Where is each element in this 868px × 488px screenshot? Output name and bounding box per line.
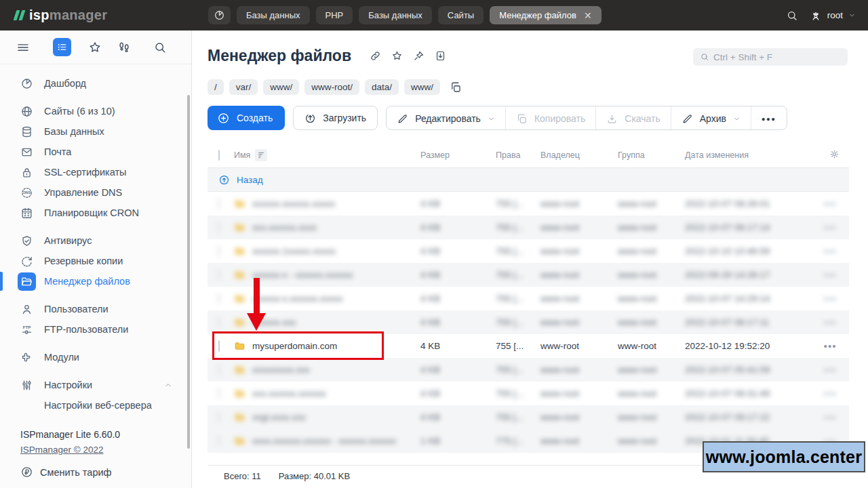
edit-button[interactable]: Редактировать [387, 106, 505, 131]
column-group[interactable]: Группа [618, 150, 685, 160]
sidebar-item-label: Базы данных [44, 126, 104, 137]
row-checkbox[interactable] [218, 364, 220, 375]
row-menu-dots[interactable]: ••• [824, 317, 849, 328]
archive-button[interactable]: Архив [671, 106, 751, 131]
sidebar-item-антивирус[interactable]: Антивирус [0, 230, 191, 251]
user-menu[interactable]: root [810, 9, 856, 22]
row-checkbox[interactable] [218, 435, 220, 447]
sidebar-item-ssl-сертификаты[interactable]: SSL-сертификаты [0, 162, 191, 182]
more-actions-button[interactable]: ••• [751, 106, 787, 131]
row-checkbox[interactable] [218, 245, 220, 257]
breadcrumb-segment-0[interactable]: / [208, 79, 224, 95]
tab-5[interactable]: Менеджер файлов✕ [490, 6, 601, 24]
table-row[interactable]: xxxxxx-x - xxxxxx.xxxxxx4 KB755 [...www-… [208, 263, 849, 287]
breadcrumb-segment-1[interactable]: var/ [229, 79, 258, 95]
row-menu-dots[interactable]: ••• [824, 199, 849, 209]
gear-icon[interactable] [829, 149, 840, 159]
file-date: 2022-10-07 05:41:09 [685, 365, 810, 375]
row-menu-dots[interactable]: ••• [824, 341, 849, 352]
table-row[interactable]: xxgl.xxxx.xxx4 KB755 [...www-rootwww-roo… [208, 405, 849, 429]
sidebar-item-настройки-веб-сервера[interactable]: Настройки веб-сервера [0, 395, 191, 415]
hamburger-menu-icon[interactable] [16, 41, 30, 54]
row-menu-dots[interactable]: ••• [824, 270, 849, 281]
table-row[interactable]: xxxxxx.xxxxxx.xxxxx4 KB755 [...www-rootw… [208, 192, 849, 216]
sidebar-item-почта[interactable]: Почта [0, 142, 191, 162]
tab-1[interactable]: Базы данных [237, 6, 310, 24]
row-checkbox[interactable] [218, 317, 220, 328]
column-rights[interactable]: Права [496, 150, 540, 160]
copy-button[interactable]: Копировать [505, 106, 595, 131]
column-size[interactable]: Размер [420, 150, 496, 160]
sidebar-item-дашборд[interactable]: Дашборд [0, 73, 191, 94]
column-date[interactable]: Дата изменения [685, 150, 810, 160]
column-name[interactable]: Имя [234, 150, 250, 160]
file-group: www-root [618, 388, 685, 399]
folder-icon [234, 411, 245, 423]
row-menu-dots[interactable]: ••• [824, 412, 849, 423]
breadcrumb-segment-4[interactable]: data/ [365, 79, 399, 95]
column-owner[interactable]: Владелец [540, 150, 618, 160]
file-group: www-root [618, 436, 685, 446]
copy-path-icon[interactable] [450, 81, 462, 94]
sort-icon[interactable] [255, 149, 267, 161]
row-checkbox[interactable] [218, 411, 220, 423]
table-row[interactable]: xxxxxxxxx.xxx4 KB755 [...www-rootwww-roo… [208, 358, 849, 382]
file-group: www-root [618, 246, 685, 256]
breadcrumb-segment-2[interactable]: www/ [263, 79, 299, 95]
row-checkbox[interactable] [218, 340, 220, 352]
sidebar-scrollbar[interactable] [187, 95, 190, 449]
tab-3[interactable]: Базы данных [359, 6, 432, 24]
row-checkbox[interactable] [218, 222, 220, 233]
import-file-icon[interactable] [435, 50, 446, 62]
row-menu-dots[interactable]: ••• [824, 246, 849, 257]
row-checkbox[interactable] [218, 269, 220, 281]
sidebar-item-пользователи[interactable]: Пользователи [0, 299, 191, 319]
sidebar-item-базы-данных[interactable]: Базы данных [0, 121, 191, 142]
sidebar-item-настройки[interactable]: Настройки [0, 375, 191, 395]
back-row[interactable]: Назад [208, 168, 849, 192]
breadcrumb-segment-3[interactable]: www-root/ [304, 79, 359, 95]
table-row[interactable]: xxxxxx.1xxxxx.xxxxx4 KB755 [...www-rootw… [208, 239, 849, 263]
favorites-star-icon[interactable] [88, 41, 102, 54]
download-button[interactable]: Скачать [595, 106, 671, 131]
row-menu-dots[interactable]: ••• [824, 293, 849, 304]
sidebar-item-резервные-копии[interactable]: Резервные копии [0, 251, 191, 271]
close-icon[interactable]: ✕ [584, 10, 592, 21]
archive-icon [682, 113, 693, 125]
row-checkbox[interactable] [218, 198, 220, 209]
row-menu-dots[interactable]: ••• [824, 222, 849, 233]
link-icon[interactable] [370, 50, 381, 62]
table-row-mysuperdomain[interactable]: mysuperdomain.com4 KB755 [...www-rootwww… [208, 334, 849, 358]
sidebar-item-label: Управление DNS [44, 187, 122, 198]
search-icon[interactable] [786, 9, 798, 22]
sidebar-item-управление-dns[interactable]: DNSУправление DNS [0, 182, 191, 203]
sidebar-item-планировщик-cron[interactable]: Планировщик CRON [0, 203, 191, 223]
upload-button[interactable]: Загрузить [293, 106, 378, 130]
copyright-link[interactable]: ISPmanager © 2022 [20, 445, 104, 455]
table-row[interactable]: xxx.xxxxxx.xxxxxx4 KB755 [...www-rootwww… [208, 382, 849, 405]
sidebar-item-менеджер-файлов[interactable]: Менеджер файлов [0, 271, 191, 291]
breadcrumb-segment-5[interactable]: www/ [404, 79, 440, 95]
sidebar-item-модули[interactable]: Модули [0, 347, 191, 367]
search-input[interactable] [713, 48, 842, 66]
table-row[interactable]: xxxxxx.xxx4 KB755 [...www-rootwww-root20… [208, 310, 849, 334]
pin-icon[interactable] [413, 50, 425, 62]
sidebar-item-ftp-пользователи[interactable]: FTPFTP-пользователи [0, 319, 191, 340]
list-view-button[interactable] [53, 38, 71, 56]
row-checkbox[interactable] [218, 388, 220, 399]
footprints-icon[interactable] [117, 41, 131, 54]
tab-2[interactable]: PHP [316, 6, 353, 24]
table-row[interactable]: xxx.xxxxxx.xxxx4 KB755 [...www-rootwww-r… [208, 216, 849, 239]
tab-4[interactable]: Сайты [438, 6, 484, 24]
sidebar-item-сайты-6-из-10-[interactable]: Сайты (6 из 10) [0, 101, 191, 121]
create-button[interactable]: Создать [208, 106, 285, 130]
table-row[interactable]: xxxxxx-x.xxxxxx.xxxxx4 KB755 [...www-roo… [208, 287, 849, 310]
row-menu-dots[interactable]: ••• [824, 365, 849, 375]
row-checkbox[interactable] [218, 293, 220, 304]
favorite-star-icon[interactable] [391, 50, 403, 62]
sidebar-search-icon[interactable] [153, 41, 167, 54]
tab-dashboard[interactable] [208, 6, 231, 24]
select-all-checkbox[interactable] [218, 150, 220, 161]
row-menu-dots[interactable]: ••• [824, 388, 849, 399]
change-tariff-button[interactable]: Сменить тариф [20, 466, 120, 479]
